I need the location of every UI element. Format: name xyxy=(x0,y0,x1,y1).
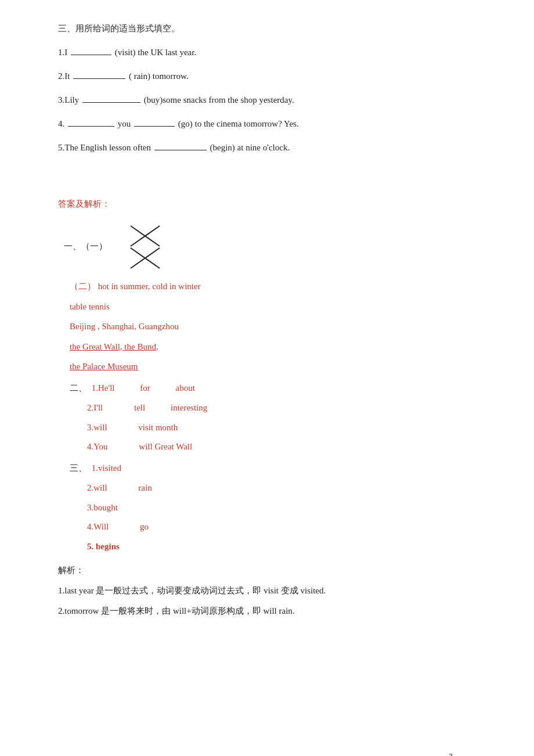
part2-2-row: 2.I'll tell interesting xyxy=(87,399,488,416)
part1-item3: the Great Wall, the Bund, xyxy=(70,339,488,355)
part3-2-c1: rain xyxy=(138,483,151,492)
q4-hint: (go) to the cinema tomorrow? Yes. xyxy=(178,119,299,128)
part1-container: 一、（一） xyxy=(64,220,488,272)
part1-label: 一、（一） xyxy=(64,241,107,252)
question-4: 4. you (go) to the cinema tomorrow? Yes. xyxy=(58,116,488,132)
q5-blank[interactable] xyxy=(154,150,207,150)
q4-blank2[interactable] xyxy=(134,126,175,127)
q3-blank[interactable] xyxy=(82,102,140,103)
part3-3-row: 3.bought xyxy=(87,499,488,516)
q5-before: 5.The English lesson often xyxy=(58,143,153,152)
part2-3-num: 3.will xyxy=(87,423,107,432)
q1-blank[interactable] xyxy=(71,55,111,55)
q3-before: 3.Lily xyxy=(58,95,81,105)
question-5: 5.The English lesson often (begin) at ni… xyxy=(58,140,488,156)
part3-1-num: 1.visited xyxy=(92,463,121,473)
question-3: 3.Lily (buy)some snacks from the shop ye… xyxy=(58,92,488,108)
q2-hint: ( rain) tomorrow. xyxy=(129,71,189,81)
explanation-2: 2.tomorrow 是一般将来时，由 will+动词原形构成，即 will r… xyxy=(58,603,488,619)
part1-item2: Beijing , Shanghai, Guangzhou xyxy=(70,318,488,335)
part3-label-row: 三、 1.visited xyxy=(70,460,488,477)
part2-2-c1: tell xyxy=(134,403,145,412)
answer-title: 答案及解析： xyxy=(58,199,488,210)
part3-label: 三、 xyxy=(70,463,87,473)
part3-4-num: 4.Will xyxy=(87,522,109,531)
q5-hint: (begin) at nine o'clock. xyxy=(210,143,290,152)
part2-3-c1: visit month xyxy=(138,423,178,432)
part2-4-row: 4.You will Great Wall xyxy=(87,438,488,455)
question-1: 1.I (visit) the UK last year. xyxy=(58,45,488,60)
part2-1-c1: for xyxy=(140,383,150,393)
part2-1-num: 1.He'll xyxy=(92,383,115,393)
part3-section: 三、 1.visited 2.will rain 3.bought 4.Will… xyxy=(58,460,488,555)
cross-symbol xyxy=(125,220,171,272)
part2-4-num: 4.You xyxy=(87,442,108,451)
q3-hint: (buy)some snacks from the shop yesterday… xyxy=(144,95,294,105)
part1-item4: the Palace Museum xyxy=(70,358,488,375)
part3-4-c1: go xyxy=(140,522,149,531)
question-2: 2.It ( rain) tomorrow. xyxy=(58,69,488,84)
part1-part2-label: （二） xyxy=(70,282,96,291)
q1-before: 1.I xyxy=(58,48,67,57)
part2-label: 二、 xyxy=(70,383,87,393)
part1-item1: table tennis xyxy=(70,298,488,315)
page-number: 3 xyxy=(449,753,453,756)
part1-part2: （二） hot in summer, cold in winter xyxy=(70,278,488,295)
part2-2-num: 2.I'll xyxy=(87,403,103,412)
part2-section: 二、 1.He'll for about 2.I'll tell interes… xyxy=(58,380,488,455)
part3-4-row: 4.Will go xyxy=(87,519,488,535)
q2-blank[interactable] xyxy=(73,78,125,79)
explanation-section: 解析： 1.last year 是一般过去式，动词要变成动词过去式，即 visi… xyxy=(58,563,488,619)
part2-3-row: 3.will visit month xyxy=(87,419,488,436)
part3-2-row: 2.will rain xyxy=(87,480,488,496)
part2-label-row: 二、 1.He'll for about xyxy=(70,380,488,397)
q4-before: 4. xyxy=(58,119,67,128)
part2-2-c2: interesting xyxy=(171,403,207,412)
q1-hint: (visit) the UK last year. xyxy=(115,48,196,57)
part3-5-row: 5. begins xyxy=(87,538,488,555)
q4-blank1[interactable] xyxy=(68,126,114,127)
explanation-label: 解析： xyxy=(58,563,488,578)
part3-2-num: 2.will xyxy=(87,483,107,492)
q2-before: 2.It xyxy=(58,71,70,81)
explanation-2-text: 2.tomorrow 是一般将来时，由 will+动词原形构成，即 will r… xyxy=(58,606,295,615)
part3-5-num: 5. begins xyxy=(87,542,120,551)
part1-part2-text: hot in summer, cold in winter xyxy=(98,282,201,291)
part2-4-c1: will Great Wall xyxy=(139,442,192,451)
part2-1-c2: about xyxy=(176,383,195,393)
part3-3-num: 3.bought xyxy=(87,503,118,512)
explanation-1: 1.last year 是一般过去式，动词要变成动词过去式，即 visit 变成… xyxy=(58,583,488,599)
explanation-1-text: 1.last year 是一般过去式，动词要变成动词过去式，即 visit 变成… xyxy=(58,586,326,595)
section3-title: 三、用所给词的适当形式填空。 xyxy=(58,23,488,34)
q4-mid: you xyxy=(118,119,131,128)
